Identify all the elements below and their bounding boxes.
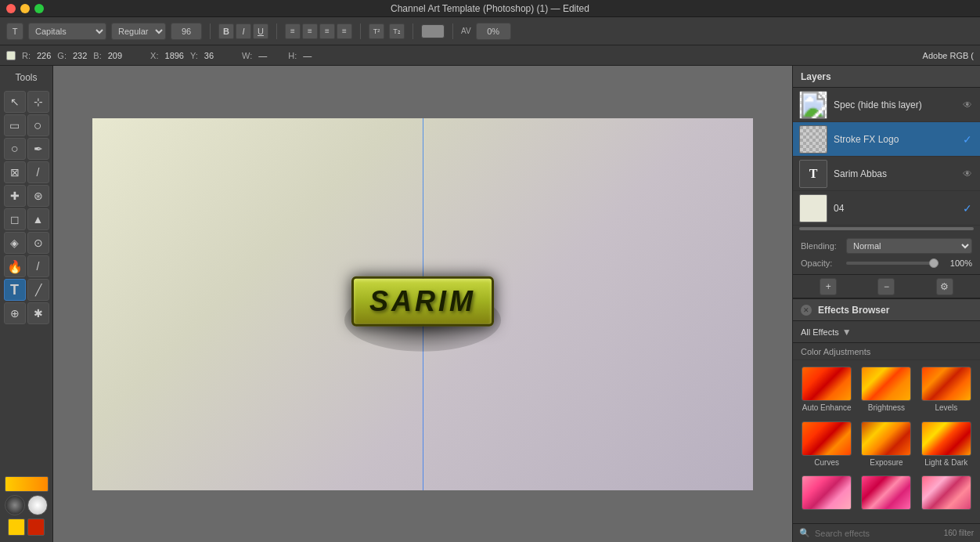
rect-select-tool[interactable]: ▭	[4, 114, 26, 136]
close-button[interactable]	[6, 4, 16, 13]
effects-search-input[interactable]	[815, 529, 939, 538]
select-tool[interactable]: ⊹	[27, 91, 49, 113]
layer-item-sarim[interactable]: T Sarim Abbas 👁	[793, 157, 980, 191]
effect-pink-3[interactable]	[919, 475, 974, 517]
layer-item-spec[interactable]: Spec (hide this layer) 👁	[793, 88, 980, 122]
text-tool-icon[interactable]: T	[6, 23, 23, 40]
layer-item-04[interactable]: 04 ✓	[793, 191, 980, 226]
effect-light-dark[interactable]: Light & Dark	[919, 421, 974, 472]
text-tool[interactable]: T	[4, 279, 26, 301]
layer-name-sarim: Sarim Abbas	[834, 168, 955, 179]
add-layer-button[interactable]: +	[820, 278, 837, 295]
effect-brightness[interactable]: Brightness	[859, 367, 913, 417]
eyedropper-tool[interactable]: /	[27, 161, 49, 183]
effects-filter-label[interactable]: All Effects	[801, 327, 839, 337]
effect-auto-enhance[interactable]: Auto Enhance	[799, 367, 854, 417]
effect-levels[interactable]: Levels	[919, 367, 974, 417]
tools-label: Tools	[15, 72, 37, 83]
font-style-select[interactable]: Regular	[111, 23, 166, 40]
effect-thumb-auto-enhance	[802, 367, 852, 401]
blending-row: Blending: Normal Multiply Screen Overlay	[801, 238, 972, 254]
pen-tool[interactable]: ✒	[27, 138, 49, 160]
x-value: 1896	[165, 51, 184, 60]
layer-actions: + − ⚙	[793, 275, 980, 298]
blending-label: Blending:	[801, 241, 840, 251]
tools-row-2: ▭ ○	[4, 114, 49, 136]
yellow-swatch[interactable]	[8, 519, 25, 536]
background-color[interactable]	[27, 495, 48, 515]
font-size-input[interactable]	[171, 23, 202, 40]
w-label: W:	[242, 51, 252, 60]
window-title: Channel Art Template (Photoshop) (1) — E…	[391, 3, 589, 14]
effects-title: Effects Browser	[818, 305, 889, 316]
layer-eye-spec[interactable]: 👁	[961, 99, 974, 111]
y-label: Y:	[190, 51, 198, 60]
av-input[interactable]	[476, 23, 511, 40]
effect-pink-1[interactable]	[799, 475, 854, 517]
brush-tool[interactable]: ○	[4, 138, 26, 160]
effect-thumb-brightness	[861, 367, 911, 401]
effect-exposure[interactable]: Exposure	[859, 421, 913, 472]
canvas-area[interactable]: SARIM	[53, 66, 792, 542]
effect-thumb-pink-3	[921, 475, 971, 510]
layer-eye-strokefx[interactable]: ✓	[961, 133, 974, 146]
color-swatch-btn[interactable]	[421, 24, 445, 38]
crop-tool[interactable]: ⊠	[4, 161, 26, 183]
dodge-tool[interactable]: ⊙	[27, 232, 49, 254]
maximize-button[interactable]	[34, 4, 44, 13]
red-swatch[interactable]	[27, 519, 45, 536]
toolbar: T Capitals Regular B I U ≡ ≡ ≡ ≡ T² T₂ A…	[0, 17, 980, 45]
gradient-tool-btn[interactable]: ◈	[4, 232, 26, 254]
remove-layer-button[interactable]: −	[877, 278, 895, 295]
layer-eye-04[interactable]: ✓	[961, 202, 974, 215]
color-profile: Adobe RGB (	[923, 51, 974, 60]
align-left-button[interactable]: ≡	[285, 23, 301, 39]
opacity-slider[interactable]	[846, 262, 939, 265]
arrow-tool[interactable]: ↖	[4, 91, 26, 113]
underline-button[interactable]: U	[253, 23, 268, 39]
lasso-select-tool[interactable]: ○	[27, 114, 49, 136]
layer-settings-button[interactable]: ⚙	[936, 278, 953, 295]
y-value: 36	[204, 51, 214, 60]
hand-tool[interactable]: ✱	[27, 302, 49, 324]
effects-close-button[interactable]: ✕	[801, 305, 812, 316]
opacity-value: 100%	[945, 258, 972, 268]
tools-row-6: ◻ ▲	[4, 208, 49, 230]
layer-item-strokefx[interactable]: Stroke FX Logo ✓	[793, 122, 980, 157]
minimize-button[interactable]	[20, 4, 30, 13]
layer-scroll-area[interactable]: Spec (hide this layer) 👁 Stroke FX Logo …	[793, 88, 980, 226]
eraser-tool[interactable]: ◻	[4, 208, 26, 230]
opacity-handle[interactable]	[929, 258, 939, 268]
effect-curves[interactable]: Curves	[799, 421, 854, 472]
foreground-color[interactable]	[5, 495, 25, 515]
gradient-swatch[interactable]	[5, 476, 49, 492]
font-family-select[interactable]: Capitals	[28, 23, 106, 40]
options-bar: R: 226 G: 232 B: 209 X: 1896 Y: 36 W: — …	[0, 45, 980, 66]
shape-tool[interactable]: ╱	[27, 279, 49, 301]
effects-category-text: Color Adjustments	[801, 347, 870, 356]
sep-5	[452, 23, 453, 39]
subscript-button[interactable]: T₂	[389, 23, 405, 39]
effect-pink-2[interactable]	[859, 475, 913, 517]
tools-row-4: ⊠ /	[4, 161, 49, 183]
sep-4	[413, 23, 413, 39]
align-center-button[interactable]: ≡	[302, 23, 318, 39]
canvas[interactable]: SARIM	[92, 118, 753, 490]
align-justify-button[interactable]: ≡	[337, 23, 352, 39]
align-right-button[interactable]: ≡	[319, 23, 335, 39]
superscript-button[interactable]: T²	[369, 23, 384, 39]
zoom-tool[interactable]: ⊕	[4, 302, 26, 324]
italic-button[interactable]: I	[236, 23, 251, 39]
layer-scrollbar[interactable]	[799, 227, 974, 230]
g-label: G:	[57, 51, 67, 60]
line-tool[interactable]: /	[27, 255, 49, 277]
layer-eye-sarim[interactable]: 👁	[961, 168, 974, 180]
bold-button[interactable]: B	[218, 23, 234, 39]
burn-tool[interactable]: 🔥	[4, 255, 26, 277]
logo-container: SARIM	[351, 276, 494, 327]
healing-tool[interactable]: ✚	[4, 185, 26, 207]
paint-bucket-tool[interactable]: ▲	[27, 208, 49, 230]
window-controls[interactable]	[6, 4, 44, 13]
blending-select[interactable]: Normal Multiply Screen Overlay	[846, 238, 972, 254]
clone-tool[interactable]: ⊛	[27, 185, 49, 207]
